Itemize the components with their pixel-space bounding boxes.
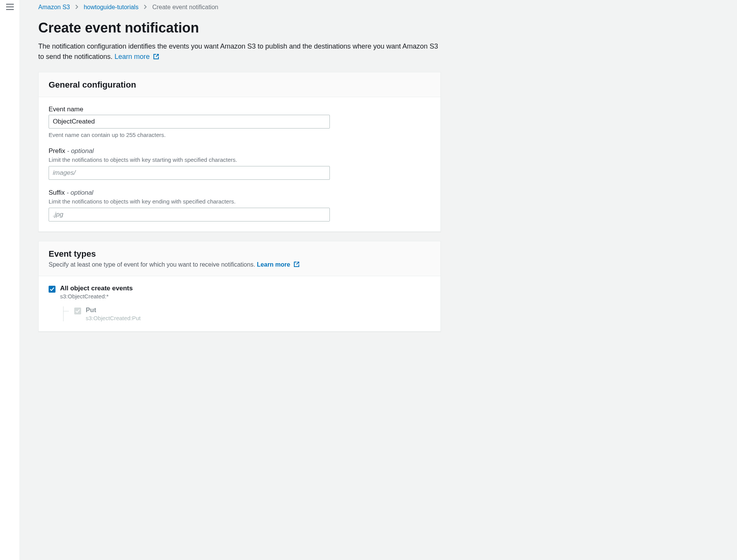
all-object-create-checkbox-row[interactable]: All object create events s3:ObjectCreate… xyxy=(49,285,430,321)
prefix-label: Prefix - optional xyxy=(49,147,430,155)
learn-more-link[interactable]: Learn more xyxy=(114,53,159,60)
event-name-hint: Event name can contain up to 255 charact… xyxy=(49,132,430,138)
page-title: Create event notification xyxy=(38,20,441,36)
event-types-heading: Event types xyxy=(49,249,430,259)
prefix-input[interactable] xyxy=(49,166,330,180)
event-types-panel: Event types Specify at least one type of… xyxy=(38,241,441,332)
all-object-create-code: s3:ObjectCreated:* xyxy=(60,293,430,300)
suffix-help: Limit the notifications to objects with … xyxy=(49,198,430,205)
all-object-create-label: All object create events xyxy=(60,285,430,292)
breadcrumb-current: Create event notification xyxy=(152,4,218,11)
put-label: Put xyxy=(86,306,430,314)
event-name-input[interactable] xyxy=(49,115,330,129)
menu-toggle-icon[interactable] xyxy=(6,4,14,10)
external-link-icon xyxy=(293,261,300,269)
checkbox-checked-icon xyxy=(49,286,55,293)
general-config-heading: General configuration xyxy=(49,80,430,90)
page-description: The notification configuration identifie… xyxy=(38,41,441,63)
chevron-right-icon xyxy=(75,4,78,10)
event-name-label: Event name xyxy=(49,106,430,113)
event-types-subtext: Specify at least one type of event for w… xyxy=(49,261,430,269)
put-code: s3:ObjectCreated:Put xyxy=(86,315,430,321)
sidebar-rail xyxy=(0,0,20,560)
breadcrumb-root[interactable]: Amazon S3 xyxy=(38,4,70,11)
event-types-learn-more-link[interactable]: Learn more xyxy=(257,261,300,268)
suffix-label: Suffix - optional xyxy=(49,189,430,197)
chevron-right-icon xyxy=(144,4,147,10)
breadcrumb: Amazon S3 howtoguide-tutorials Create ev… xyxy=(38,4,441,11)
breadcrumb-bucket[interactable]: howtoguide-tutorials xyxy=(84,4,139,11)
suffix-input[interactable] xyxy=(49,208,330,221)
general-configuration-panel: General configuration Event name Event n… xyxy=(38,72,441,232)
prefix-help: Limit the notifications to objects with … xyxy=(49,156,430,163)
put-checkbox-row: Put s3:ObjectCreated:Put xyxy=(74,306,430,321)
external-link-icon xyxy=(153,52,159,63)
checkbox-disabled-checked-icon xyxy=(74,308,81,314)
